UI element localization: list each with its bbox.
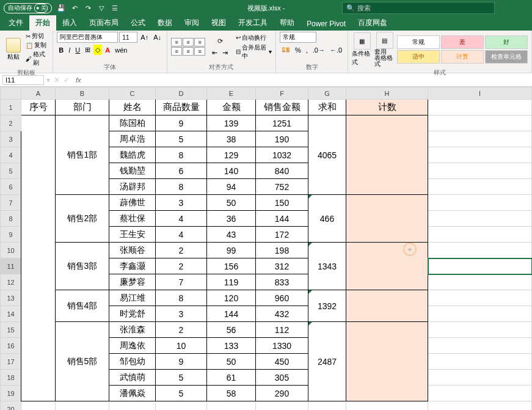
cell[interactable]: 1392: [308, 290, 346, 322]
col-header-F[interactable]: F: [256, 87, 308, 100]
col-header-I[interactable]: I: [428, 87, 532, 100]
tab-home[interactable]: 开始: [29, 15, 56, 31]
cell[interactable]: [346, 290, 428, 322]
comma-button[interactable]: ,: [304, 45, 310, 55]
fx-icon[interactable]: fx: [73, 76, 84, 84]
align-middle-button[interactable]: ≡: [183, 38, 194, 46]
decrease-decimal-button[interactable]: ←.0: [328, 45, 344, 55]
cell[interactable]: [308, 401, 346, 411]
cell[interactable]: 5: [156, 131, 207, 147]
cell[interactable]: 商品数量: [156, 100, 207, 115]
cell[interactable]: 61: [207, 370, 256, 386]
cell[interactable]: 112: [256, 322, 308, 338]
table-format-button[interactable]: ▤ 套用 表格格式: [374, 32, 395, 67]
indent-decrease-button[interactable]: ⇤: [210, 48, 219, 58]
cell[interactable]: 50: [207, 195, 256, 211]
align-right-button[interactable]: ≡: [194, 47, 205, 56]
tab-file[interactable]: 文件: [2, 15, 29, 31]
cell[interactable]: 3: [156, 306, 207, 322]
row-header[interactable]: 7: [1, 195, 21, 211]
phonetic-button[interactable]: wén: [113, 45, 129, 55]
style-normal[interactable]: 常规: [397, 35, 440, 49]
cell[interactable]: [428, 115, 532, 131]
cell[interactable]: 133: [207, 338, 256, 354]
row-header[interactable]: 4: [1, 147, 21, 163]
cell[interactable]: 求和: [308, 100, 346, 115]
cell[interactable]: 99: [207, 243, 256, 258]
row-header[interactable]: 15: [1, 322, 21, 338]
cell[interactable]: 38: [207, 131, 256, 147]
cell[interactable]: 305: [256, 370, 308, 386]
cell[interactable]: 140: [207, 163, 256, 179]
cell[interactable]: 36: [207, 211, 256, 227]
cell[interactable]: 833: [256, 274, 308, 290]
cell[interactable]: 销售3部: [56, 243, 109, 290]
cell[interactable]: 150: [256, 195, 308, 211]
row-header[interactable]: 16: [1, 338, 21, 354]
cell[interactable]: 1330: [256, 338, 308, 354]
row-header[interactable]: 20: [1, 401, 21, 411]
bold-button[interactable]: B: [57, 45, 65, 55]
cell[interactable]: [428, 338, 532, 354]
row-header[interactable]: 12: [1, 274, 21, 290]
row-header[interactable]: 14: [1, 306, 21, 322]
select-all-corner[interactable]: [1, 87, 21, 100]
style-good[interactable]: 好: [485, 35, 528, 49]
cell[interactable]: 144: [207, 306, 256, 322]
cell[interactable]: 290: [256, 386, 308, 401]
cell[interactable]: 198: [256, 243, 308, 258]
tab-insert[interactable]: 插入: [56, 15, 83, 31]
row-header[interactable]: 5: [1, 163, 21, 179]
cell[interactable]: [428, 386, 532, 401]
increase-decimal-button[interactable]: .0→: [311, 45, 327, 55]
name-box[interactable]: [2, 75, 44, 85]
row-header[interactable]: 10: [1, 243, 21, 258]
cell[interactable]: 43: [207, 227, 256, 243]
cell[interactable]: 张顺谷: [109, 243, 156, 258]
cell[interactable]: 销售4部: [56, 290, 109, 322]
row-header[interactable]: 18: [1, 370, 21, 386]
copy-button[interactable]: 📋 复制: [26, 41, 49, 49]
cell[interactable]: [428, 147, 532, 163]
formula-input[interactable]: [84, 76, 532, 84]
align-left-button[interactable]: ≡: [171, 47, 182, 56]
style-neutral[interactable]: 适中: [397, 50, 440, 64]
cell[interactable]: 4065: [308, 115, 346, 195]
cell[interactable]: 王生安: [109, 227, 156, 243]
cell[interactable]: 139: [207, 115, 256, 131]
cell[interactable]: 450: [256, 354, 308, 370]
sort-icon[interactable]: ☰: [111, 4, 119, 12]
row-header[interactable]: 2: [1, 115, 21, 131]
cell[interactable]: 144: [256, 211, 308, 227]
cell[interactable]: 9: [156, 115, 207, 131]
cell[interactable]: 易江维: [109, 290, 156, 306]
number-format-select[interactable]: [280, 32, 316, 43]
cell[interactable]: 50: [207, 354, 256, 370]
cell[interactable]: [346, 115, 428, 195]
cell[interactable]: 周卓浩: [109, 131, 156, 147]
cell[interactable]: 9: [156, 354, 207, 370]
cell[interactable]: [428, 195, 532, 211]
cell[interactable]: [346, 401, 428, 411]
undo-icon[interactable]: ↶: [70, 4, 79, 12]
col-header-D[interactable]: D: [156, 87, 207, 100]
cell[interactable]: 432: [256, 306, 308, 322]
align-bottom-button[interactable]: ≡: [194, 38, 205, 46]
underline-button[interactable]: U: [73, 45, 82, 55]
cell[interactable]: [428, 179, 532, 195]
cell[interactable]: 姓名: [109, 100, 156, 115]
cell[interactable]: 2: [156, 243, 207, 258]
cell[interactable]: [109, 401, 156, 411]
tab-pagelayout[interactable]: 页面布局: [83, 15, 125, 31]
cell[interactable]: 汤辟邦: [109, 179, 156, 195]
cell[interactable]: [346, 195, 428, 243]
cell[interactable]: 销售1部: [56, 115, 109, 195]
increase-font-button[interactable]: A↑: [139, 32, 150, 43]
cell[interactable]: 5: [156, 370, 207, 386]
cell[interactable]: [156, 401, 207, 411]
tab-data[interactable]: 数据: [151, 15, 178, 31]
cell[interactable]: 2487: [308, 322, 346, 401]
cell[interactable]: [428, 401, 532, 411]
cell[interactable]: [428, 370, 532, 386]
paste-button[interactable]: 粘贴: [4, 37, 23, 62]
